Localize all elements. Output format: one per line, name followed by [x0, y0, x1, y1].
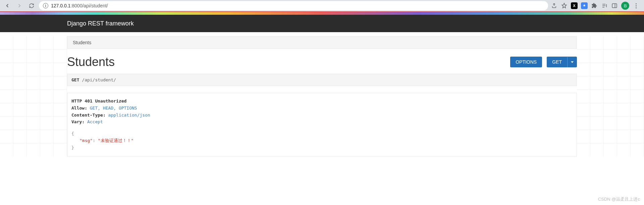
app-title-link[interactable]: Django REST framework	[67, 20, 134, 27]
get-button-group: GET	[547, 57, 577, 67]
extensions-puzzle-icon[interactable]	[591, 2, 598, 9]
breadcrumb: Students	[67, 36, 577, 49]
decorative-strip	[0, 12, 644, 15]
bookmark-star-icon[interactable]	[561, 2, 568, 9]
svg-rect-0	[612, 4, 617, 8]
share-icon[interactable]	[551, 2, 557, 9]
response-body: HTTP 401 Unauthorized Allow: GET, HEAD, …	[67, 93, 577, 156]
response-header-row: Content-Type: application/json	[71, 112, 573, 119]
json-line: "msg": "未验证通过！！"	[71, 137, 573, 144]
reading-list-icon[interactable]	[601, 2, 608, 9]
get-dropdown-button[interactable]	[567, 57, 577, 67]
page-header: Students OPTIONS GET	[67, 49, 577, 74]
chrome-actions: X B	[551, 2, 641, 10]
site-info-icon[interactable]: i	[43, 3, 48, 8]
extension-x-icon[interactable]: X	[571, 2, 578, 9]
options-button[interactable]: OPTIONS	[510, 57, 542, 67]
panel-icon[interactable]	[611, 2, 618, 9]
request-method: GET	[71, 77, 79, 82]
browser-toolbar: i 127.0.0.1:8000/api/student/ X B	[0, 0, 644, 12]
page-title: Students	[67, 55, 115, 69]
breadcrumb-current: Students	[73, 40, 91, 45]
forward-button[interactable]	[15, 1, 24, 10]
app-header: Django REST framework	[0, 15, 644, 32]
response-header-row: Vary: Accept	[71, 119, 573, 126]
extension-translate-icon[interactable]	[581, 2, 588, 9]
back-button[interactable]	[3, 1, 12, 10]
json-close-brace: }	[71, 144, 573, 151]
profile-avatar[interactable]: B	[621, 2, 629, 10]
caret-down-icon	[571, 61, 574, 63]
request-path: /api/student/	[82, 77, 116, 82]
response-header-row: Allow: GET, HEAD, OPTIONS	[71, 105, 573, 112]
reload-button[interactable]	[27, 1, 36, 10]
action-buttons: OPTIONS GET	[510, 57, 577, 67]
chrome-menu-icon[interactable]	[633, 2, 639, 9]
get-button[interactable]: GET	[547, 57, 567, 67]
json-open-brace: {	[71, 130, 573, 137]
request-info: GET /api/student/	[67, 74, 577, 86]
main-content: Students Students OPTIONS GET GET /api/s…	[0, 36, 644, 156]
address-bar[interactable]: i 127.0.0.1:8000/api/student/	[39, 1, 548, 10]
url-text: 127.0.0.1:8000/api/student/	[51, 3, 108, 8]
response-status: HTTP 401 Unauthorized	[71, 98, 573, 105]
